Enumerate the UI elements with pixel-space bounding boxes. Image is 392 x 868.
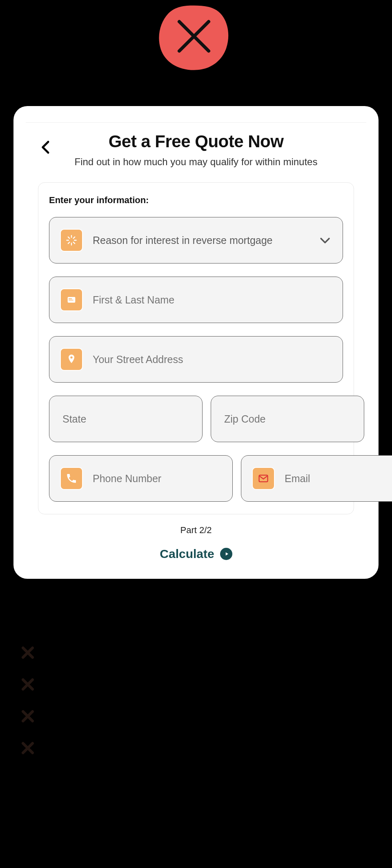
play-circle-icon <box>220 548 232 560</box>
part-indicator: Part 2/2 <box>13 525 379 536</box>
divider <box>26 122 366 123</box>
state-field[interactable] <box>49 396 203 442</box>
name-input[interactable] <box>93 294 332 306</box>
close-icon <box>20 740 36 756</box>
quote-card: Get a Free Quote Now Find out in how muc… <box>13 106 379 579</box>
address-input[interactable] <box>93 354 332 365</box>
svg-point-11 <box>70 356 72 359</box>
svg-line-6 <box>68 242 70 244</box>
back-button[interactable] <box>38 139 54 155</box>
chevron-left-icon <box>38 139 54 155</box>
location-pin-icon <box>60 348 83 371</box>
close-icon <box>20 676 36 693</box>
page-subtitle: Find out in how much you may qualify for… <box>13 156 379 168</box>
close-icon <box>155 3 233 78</box>
phone-input[interactable] <box>93 473 222 485</box>
form-container: Enter your information: Reason for inter… <box>38 182 354 514</box>
chevron-down-icon <box>318 233 332 247</box>
name-tag-icon <box>60 288 83 311</box>
svg-line-7 <box>74 237 75 239</box>
state-input[interactable] <box>62 413 192 425</box>
svg-line-4 <box>68 237 70 239</box>
zip-input[interactable] <box>224 413 353 425</box>
email-icon <box>252 467 275 490</box>
phone-field[interactable] <box>49 455 233 502</box>
page-title: Get a Free Quote Now <box>30 132 362 151</box>
zip-field[interactable] <box>211 396 364 442</box>
address-field[interactable] <box>49 336 343 383</box>
form-section-label: Enter your information: <box>49 195 343 206</box>
email-input[interactable] <box>285 473 392 485</box>
name-field[interactable] <box>49 277 343 323</box>
phone-icon <box>60 467 83 490</box>
reason-placeholder: Reason for interest in reverse mortgage <box>93 235 318 246</box>
svg-line-5 <box>74 242 75 244</box>
email-field[interactable] <box>241 455 392 502</box>
svg-rect-10 <box>69 300 74 300</box>
svg-rect-9 <box>69 299 72 299</box>
close-icon <box>20 644 36 661</box>
reason-select[interactable]: Reason for interest in reverse mortgage <box>49 217 343 264</box>
loading-icon <box>60 229 83 252</box>
close-icon <box>20 708 36 724</box>
calculate-button[interactable]: Calculate <box>13 547 379 561</box>
calculate-label: Calculate <box>160 547 214 561</box>
close-button[interactable] <box>155 4 233 78</box>
